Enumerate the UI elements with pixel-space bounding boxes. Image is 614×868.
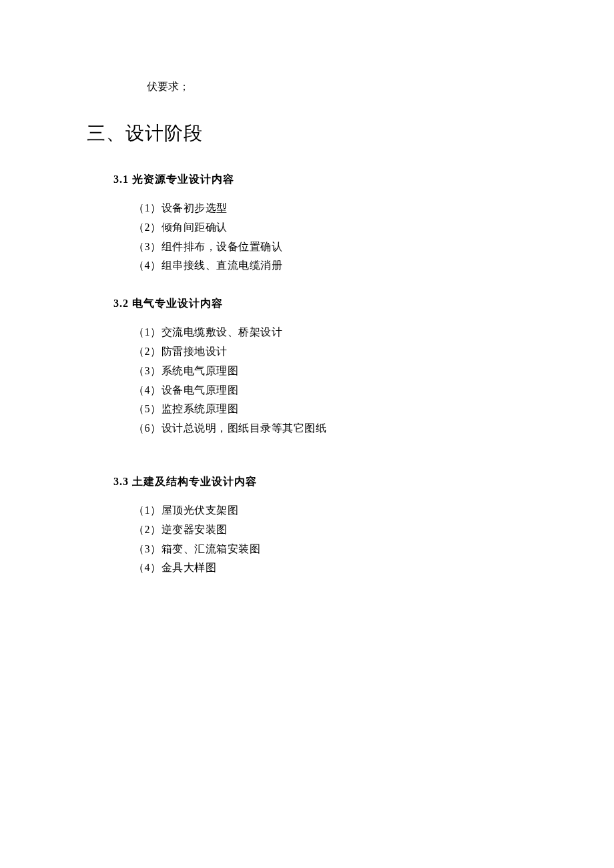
section-list-3-2: （1）交流电缆敷设、桥架设计 （2）防雷接地设计 （3）系统电气原理图 （4）设… xyxy=(87,323,527,438)
section-heading-3-1: 3.1 光资源专业设计内容 xyxy=(87,173,527,187)
list-item: （5）监控系统原理图 xyxy=(133,400,527,419)
document-page: 伏要求； 三、设计阶段 3.1 光资源专业设计内容 （1）设备初步选型 （2）倾… xyxy=(0,0,614,578)
list-item: （2）防雷接地设计 xyxy=(133,342,527,362)
main-heading: 三、设计阶段 xyxy=(87,121,527,146)
list-item: （6）设计总说明，图纸目录等其它图纸 xyxy=(133,419,527,438)
section-list-3-1: （1）设备初步选型 （2）倾角间距确认 （3）组件排布，设备位置确认 （4）组串… xyxy=(87,199,527,276)
list-item: （1）屋顶光伏支架图 xyxy=(133,501,527,520)
section-heading-3-2: 3.2 电气专业设计内容 xyxy=(87,297,527,311)
fragment-text: 伏要求； xyxy=(87,80,527,94)
section-list-3-3: （1）屋顶光伏支架图 （2）逆变器安装图 （3）箱变、汇流箱安装图 （4）金具大… xyxy=(87,501,527,578)
list-item: （1）设备初步选型 xyxy=(133,199,527,218)
list-item: （3）箱变、汇流箱安装图 xyxy=(133,540,527,559)
list-item: （1）交流电缆敷设、桥架设计 xyxy=(133,323,527,342)
list-item: （4）金具大样图 xyxy=(133,558,527,578)
section-heading-3-3: 3.3 土建及结构专业设计内容 xyxy=(87,475,527,489)
list-item: （2）倾角间距确认 xyxy=(133,218,527,238)
list-item: （2）逆变器安装图 xyxy=(133,520,527,540)
list-item: （4）设备电气原理图 xyxy=(133,381,527,400)
list-item: （3）系统电气原理图 xyxy=(133,362,527,381)
list-item: （3）组件排布，设备位置确认 xyxy=(133,238,527,257)
list-item: （4）组串接线、直流电缆消册 xyxy=(133,256,527,276)
